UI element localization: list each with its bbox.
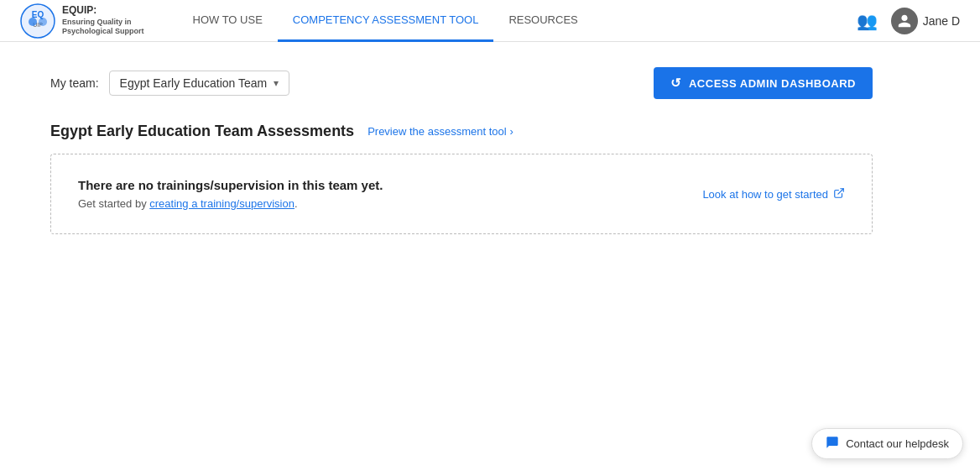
empty-state-title: There are no trainings/supervision in th… bbox=[78, 178, 702, 192]
preview-assessment-link[interactable]: Preview the assessment tool › bbox=[368, 125, 513, 138]
user-name: Jane D bbox=[923, 14, 960, 28]
my-team-left: My team: Egypt Early Education Team ▾ bbox=[50, 71, 289, 96]
svg-line-5 bbox=[838, 188, 843, 193]
header: EQ UIP EQUIP: Ensuring Quality in Psycho… bbox=[0, 0, 980, 42]
svg-point-4 bbox=[39, 18, 47, 26]
people-icon: 👥 bbox=[857, 11, 878, 31]
selected-team-name: Egypt Early Education Team bbox=[120, 76, 268, 90]
nav-item-resources[interactable]: RESOURCES bbox=[493, 0, 592, 42]
team-dropdown[interactable]: Egypt Early Education Team ▾ bbox=[109, 71, 290, 96]
access-admin-arrow-icon: ↺ bbox=[670, 76, 682, 91]
nav-item-competency-assessment[interactable]: COMPETENCY ASSESSMENT TOOL bbox=[278, 0, 494, 42]
empty-state-sub-suffix: . bbox=[295, 197, 298, 210]
logo-equip-label: EQUIP: bbox=[62, 4, 96, 16]
assessments-title: Egypt Early Education Team Assessments bbox=[50, 123, 354, 140]
look-how-to-get-started-link[interactable]: Look at how to get started bbox=[702, 187, 845, 201]
main-content: My team: Egypt Early Education Team ▾ ↺ … bbox=[0, 42, 923, 259]
logo-sub2-label: Psychological Support bbox=[62, 27, 144, 35]
look-link-text: Look at how to get started bbox=[702, 188, 828, 201]
avatar bbox=[891, 8, 918, 34]
assessments-heading: Egypt Early Education Team Assessments P… bbox=[50, 123, 873, 140]
empty-state-sub: Get started by creating a training/super… bbox=[78, 197, 702, 210]
access-admin-label: ACCESS ADMIN DASHBOARD bbox=[689, 77, 856, 90]
main-nav: HOW TO USE COMPETENCY ASSESSMENT TOOL RE… bbox=[178, 0, 857, 42]
svg-point-3 bbox=[29, 18, 37, 26]
chevron-down-icon: ▾ bbox=[274, 77, 279, 89]
my-team-label: My team: bbox=[50, 76, 99, 90]
user-badge[interactable]: Jane D bbox=[891, 8, 960, 34]
logo: EQ UIP EQUIP: Ensuring Quality in Psycho… bbox=[20, 3, 144, 39]
logo-text: EQUIP: Ensuring Quality in Psychological… bbox=[62, 4, 144, 37]
create-training-link[interactable]: creating a training/supervision bbox=[149, 197, 295, 210]
logo-icon: EQ UIP bbox=[20, 3, 55, 39]
empty-state-sub-prefix: Get started by bbox=[78, 197, 149, 210]
preview-link-text: Preview the assessment tool bbox=[368, 125, 506, 138]
empty-state-content: There are no trainings/supervision in th… bbox=[78, 178, 702, 210]
header-right: 👥 Jane D bbox=[857, 8, 960, 34]
external-link-icon bbox=[833, 187, 845, 201]
nav-item-how-to-use[interactable]: HOW TO USE bbox=[178, 0, 278, 42]
svg-point-0 bbox=[21, 4, 55, 38]
logo-sub1-label: Ensuring Quality in bbox=[62, 18, 132, 26]
chevron-right-icon: › bbox=[510, 125, 513, 138]
my-team-row: My team: Egypt Early Education Team ▾ ↺ … bbox=[50, 67, 873, 99]
empty-state-box: There are no trainings/supervision in th… bbox=[50, 154, 873, 234]
access-admin-button[interactable]: ↺ ACCESS ADMIN DASHBOARD bbox=[654, 67, 873, 99]
